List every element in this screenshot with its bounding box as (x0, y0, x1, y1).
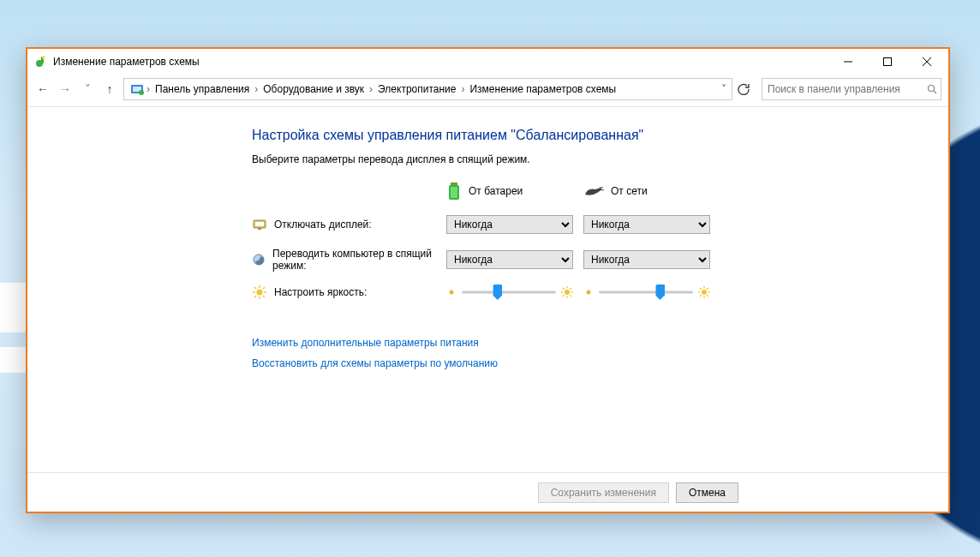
row-sleep-label: Переводить компьютер в спящий режим: (272, 248, 436, 272)
title-bar: Изменение параметров схемы (27, 49, 948, 75)
nav-up-button[interactable]: ↑ (101, 82, 118, 96)
brightness-battery-cell (446, 285, 573, 299)
sleep-ac-select[interactable]: Никогда (583, 250, 710, 269)
nav-recent-button[interactable]: ˅ (79, 82, 96, 96)
column-header-battery: От батареи (446, 181, 573, 201)
svg-point-31 (565, 290, 570, 295)
breadcrumb-segment[interactable]: Панель управления (150, 83, 254, 95)
breadcrumb-dropdown-icon[interactable]: ˅ (716, 83, 732, 95)
svg-point-9 (139, 90, 144, 95)
svg-line-11 (934, 91, 936, 93)
nav-back-button[interactable]: ← (34, 82, 51, 96)
display-off-ac-select[interactable]: Никогда (583, 215, 710, 234)
breadcrumb[interactable]: › Панель управления › Оборудование и зву… (123, 78, 732, 100)
column-header-battery-label: От батареи (469, 185, 523, 197)
search-icon (927, 84, 937, 94)
row-display-off: Отключать дисплей: (252, 218, 436, 231)
svg-line-49 (700, 295, 702, 296)
link-restore-defaults[interactable]: Восстановить для схемы параметры по умол… (252, 357, 498, 369)
ac-plug-icon (583, 184, 604, 198)
row-brightness-label: Настроить яркость: (274, 286, 367, 298)
control-panel-icon (129, 81, 145, 97)
svg-line-48 (707, 288, 708, 290)
page-title: Настройка схемы управления питанием "Сба… (252, 128, 948, 143)
svg-line-46 (700, 288, 702, 290)
content-area: Настройка схемы управления питанием "Сба… (27, 107, 948, 472)
svg-rect-15 (600, 187, 603, 189)
svg-line-29 (254, 296, 256, 297)
svg-line-47 (707, 295, 708, 296)
link-advanced-settings[interactable]: Изменить дополнительные параметры питани… (252, 337, 479, 349)
brightness-icon (252, 285, 267, 299)
refresh-button[interactable] (738, 83, 756, 95)
svg-point-30 (450, 290, 454, 295)
sleep-icon (252, 253, 266, 267)
svg-line-28 (263, 287, 265, 289)
svg-rect-14 (451, 187, 457, 198)
svg-point-21 (257, 290, 263, 296)
breadcrumb-segment[interactable]: Изменение параметров схемы (464, 83, 621, 95)
svg-point-10 (929, 86, 935, 92)
control-panel-window: Изменение параметров схемы ← → ˅ ↑ (26, 47, 950, 513)
sun-bright-icon (561, 286, 573, 298)
row-brightness: Настроить яркость: (252, 285, 436, 299)
power-plan-icon (34, 55, 48, 69)
svg-rect-4 (884, 58, 892, 66)
sun-dim-icon (583, 287, 594, 297)
page-subtitle: Выберите параметры перевода дисплея в сп… (252, 153, 948, 165)
svg-rect-18 (255, 222, 264, 226)
sun-bright-icon (698, 286, 710, 298)
column-header-ac: От сети (583, 184, 710, 198)
svg-rect-19 (258, 228, 261, 230)
svg-point-40 (587, 290, 591, 295)
svg-rect-16 (601, 189, 604, 191)
svg-line-39 (563, 295, 565, 296)
save-button[interactable]: Сохранить изменения (538, 482, 669, 503)
display-off-icon (252, 218, 267, 231)
cancel-button[interactable]: Отмена (676, 482, 738, 503)
brightness-ac-slider[interactable] (599, 285, 693, 299)
sun-dim-icon (446, 287, 457, 297)
footer: Сохранить изменения Отмена (27, 472, 948, 512)
sleep-battery-select[interactable]: Никогда (446, 250, 573, 269)
minimize-button[interactable] (828, 49, 868, 75)
address-bar-row: ← → ˅ ↑ › Панель управления › Оборудован… (27, 75, 948, 107)
battery-icon (446, 181, 462, 201)
close-button[interactable] (907, 49, 947, 75)
window-title: Изменение параметров схемы (53, 56, 828, 68)
nav-forward-button[interactable]: → (57, 82, 74, 96)
maximize-button[interactable] (868, 49, 907, 75)
breadcrumb-segment[interactable]: Электропитание (373, 83, 461, 95)
svg-line-37 (570, 295, 571, 296)
row-display-off-label: Отключать дисплей: (274, 219, 372, 231)
brightness-battery-slider[interactable] (462, 285, 556, 299)
row-sleep: Переводить компьютер в спящий режим: (252, 248, 436, 272)
svg-rect-12 (451, 183, 457, 185)
column-header-ac-label: От сети (611, 185, 648, 197)
svg-line-26 (254, 287, 256, 289)
svg-line-27 (263, 296, 265, 297)
search-input[interactable] (766, 82, 923, 96)
breadcrumb-segment[interactable]: Оборудование и звук (258, 83, 369, 95)
search-box[interactable] (762, 78, 941, 100)
svg-point-41 (702, 290, 707, 295)
display-off-battery-select[interactable]: Никогда (446, 215, 573, 234)
brightness-ac-cell (583, 285, 710, 299)
svg-line-38 (570, 288, 571, 290)
svg-point-2 (42, 56, 45, 59)
svg-line-36 (563, 288, 565, 290)
